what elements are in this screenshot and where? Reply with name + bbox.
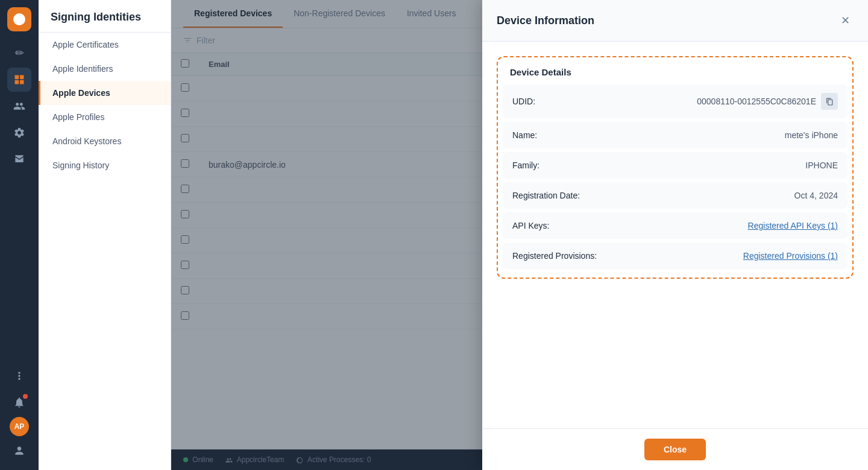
store-icon[interactable] — [7, 147, 31, 171]
name-label: Name: — [512, 130, 537, 140]
registration-date-row: Registration Date: Oct 4, 2024 — [503, 182, 848, 209]
udid-value: 00008110-0012555C0C86201E — [697, 93, 838, 110]
users-group-icon[interactable] — [7, 94, 31, 118]
nav-sidebar: Signing Identities Apple Certificates Ap… — [39, 0, 171, 470]
nav-header-title: Signing Identities — [39, 0, 171, 33]
modal-close-x-button[interactable]: ✕ — [837, 12, 854, 29]
modal-body: Device Details UDID: 00008110-0012555C0C… — [482, 42, 868, 428]
sidebar-item-apple-profiles[interactable]: Apple Profiles — [39, 105, 171, 129]
registered-provisions-link[interactable]: Registered Provisions (1) — [743, 251, 838, 261]
udid-copy-button[interactable] — [821, 93, 838, 110]
user-avatar[interactable]: AP — [10, 417, 29, 436]
svg-rect-3 — [15, 80, 19, 84]
svg-rect-1 — [15, 75, 19, 80]
api-keys-link[interactable]: Registered API Keys (1) — [748, 221, 838, 230]
app-logo[interactable] — [7, 7, 31, 31]
udid-label: UDID: — [512, 97, 535, 106]
modal-header: Device Information ✕ — [482, 0, 868, 42]
name-value: mete's iPhone — [785, 130, 838, 140]
modal-footer: Close — [482, 428, 868, 470]
build-icon[interactable] — [7, 121, 31, 145]
main-content: Registered Devices Non-Registered Device… — [171, 0, 868, 470]
svg-rect-2 — [20, 75, 24, 80]
notification-icon[interactable] — [7, 390, 31, 414]
family-value: IPHONE — [805, 160, 838, 170]
api-keys-label: API Keys: — [512, 221, 549, 230]
close-modal-button[interactable]: Close — [644, 439, 706, 460]
svg-rect-4 — [20, 80, 24, 84]
device-information-modal: Device Information ✕ Device Details UDID… — [482, 0, 868, 470]
account-icon[interactable] — [7, 439, 31, 463]
sidebar-item-apple-devices[interactable]: Apple Devices — [39, 81, 171, 105]
sidebar-item-apple-identifiers[interactable]: Apple Identifiers — [39, 57, 171, 81]
device-details-box: Device Details UDID: 00008110-0012555C0C… — [497, 56, 854, 279]
registration-date-label: Registration Date: — [512, 191, 580, 200]
family-label: Family: — [512, 160, 539, 170]
modal-backdrop: Device Information ✕ Device Details UDID… — [171, 0, 868, 470]
api-keys-row: API Keys: Registered API Keys (1) — [503, 212, 848, 239]
icon-sidebar: ✏ AP — [0, 0, 39, 470]
sidebar-item-signing-history[interactable]: Signing History — [39, 153, 171, 177]
sidebar-item-apple-certificates[interactable]: Apple Certificates — [39, 33, 171, 57]
modal-title: Device Information — [497, 14, 594, 27]
svg-point-0 — [13, 13, 25, 25]
sidebar-item-android-keystores[interactable]: Android Keystores — [39, 129, 171, 153]
udid-row: UDID: 00008110-0012555C0C86201E — [503, 84, 848, 118]
pencil-icon[interactable]: ✏ — [7, 41, 31, 65]
registered-provisions-row: Registered Provisions: Registered Provis… — [503, 243, 848, 269]
registration-date-value: Oct 4, 2024 — [794, 191, 838, 200]
registered-provisions-label: Registered Provisions: — [512, 251, 597, 261]
name-row: Name: mete's iPhone — [503, 122, 848, 148]
settings-icon[interactable] — [7, 364, 31, 388]
signing-icon[interactable] — [7, 68, 31, 92]
family-row: Family: IPHONE — [503, 152, 848, 179]
section-title: Device Details — [503, 62, 848, 84]
